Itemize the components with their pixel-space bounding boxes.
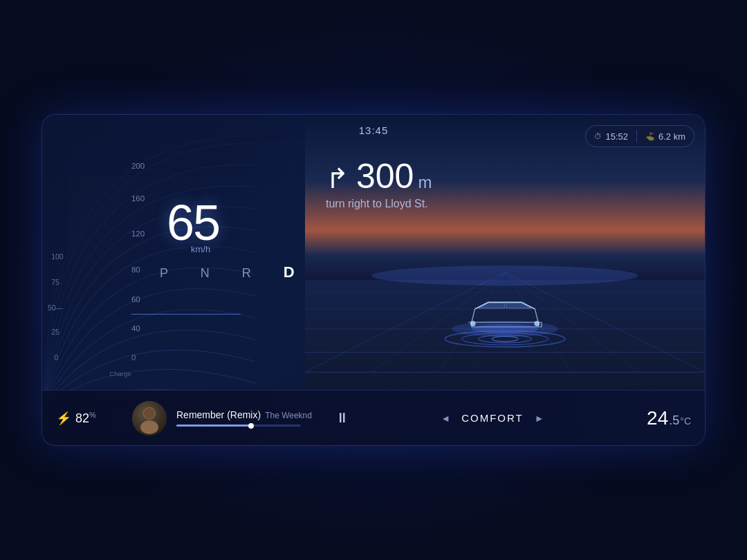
progress-dot [248,423,254,429]
mode-label: COMFORT [461,412,524,424]
svg-point-38 [534,321,540,326]
progress-bar-container[interactable] [176,424,301,427]
svg-text:120: 120 [131,230,145,238]
music-section: Remember (Remix) The Weeknd ⏸ [132,401,349,436]
turn-distance-row: ↱ 300 m [326,156,432,196]
svg-text:200: 200 [131,162,145,170]
speed-unit: km/h [191,244,210,254]
bottom-bar: ⚡ 82% Remember (Remix) T [42,390,705,445]
artist-name: The Weeknd [265,411,312,420]
gear-r: R [242,266,257,280]
nav-divider [636,130,637,142]
progress-bar-fill [176,424,251,427]
music-controls: ⏸ [335,410,349,426]
drive-mode-section: ◄ COMFORT ► [349,412,636,424]
nav-eta: ⏱ 15:52 [594,131,628,142]
temp-unit: °C [680,416,691,427]
distance-value: 6.2 km [658,131,685,142]
header-time: 13:45 [359,124,389,136]
svg-text:160: 160 [131,194,145,203]
mode-prev-arrow[interactable]: ◄ [441,413,450,424]
album-art [132,401,167,436]
temp-decimal: .5 [669,413,679,428]
turn-instruction: turn right to Lloyd St. [326,198,432,210]
svg-point-44 [140,420,158,434]
svg-text:60: 60 [131,295,140,304]
gear-d: D [284,263,300,281]
svg-point-33 [472,324,538,333]
gear-n: N [201,266,215,280]
battery-percent: 82% [75,411,96,426]
track-title: Remember (Remix) [176,409,261,420]
svg-text:100: 100 [51,252,64,261]
temp-section: 24 .5 °C [636,407,691,429]
nav-section: ⏱ 15:52 ⛳ 6.2 km ↱ 300 m turn right to L… [305,115,705,390]
pause-button[interactable]: ⏸ [335,410,349,426]
track-name: Remember (Remix) The Weeknd [176,409,312,420]
turn-arrow: ↱ [326,165,349,192]
svg-text:80: 80 [131,265,140,274]
turn-direction: ↱ 300 m turn right to Lloyd St. [326,156,432,210]
flag-icon: ⛳ [645,132,655,141]
temp-whole: 24 [647,407,668,429]
speedometer-section: 200 160 120 80 60 40 0 100 75 50— 25 0 C… [42,115,305,419]
artist-image [132,401,167,436]
nav-distance: ⛳ 6.2 km [645,131,685,142]
speed-value: 65 [167,194,219,251]
svg-text:0: 0 [54,353,58,362]
svg-text:40: 40 [131,324,140,333]
mode-next-arrow[interactable]: ► [535,413,544,424]
svg-point-37 [470,321,476,326]
svg-text:50—: 50— [48,304,64,312]
svg-text:Charge: Charge [109,370,131,377]
turn-distance-value: 300 [356,156,414,196]
svg-point-31 [371,265,638,286]
turn-unit: m [418,173,432,192]
eta-value: 15:52 [605,131,628,142]
nav-info-box: ⏱ 15:52 ⛳ 6.2 km [585,125,694,147]
clock-icon: ⏱ [594,132,602,140]
music-info: Remember (Remix) The Weeknd [176,409,312,427]
svg-text:75: 75 [51,278,59,286]
svg-point-42 [492,336,519,342]
svg-text:25: 25 [51,328,59,336]
battery-icon: ⚡ [56,411,71,426]
svg-point-45 [144,408,155,419]
battery-section: ⚡ 82% [56,411,118,426]
svg-text:0: 0 [131,353,136,362]
dashboard-container: 13:45 [42,114,706,446]
gear-selector: P N R D [160,263,300,281]
gear-p: P [160,266,174,280]
